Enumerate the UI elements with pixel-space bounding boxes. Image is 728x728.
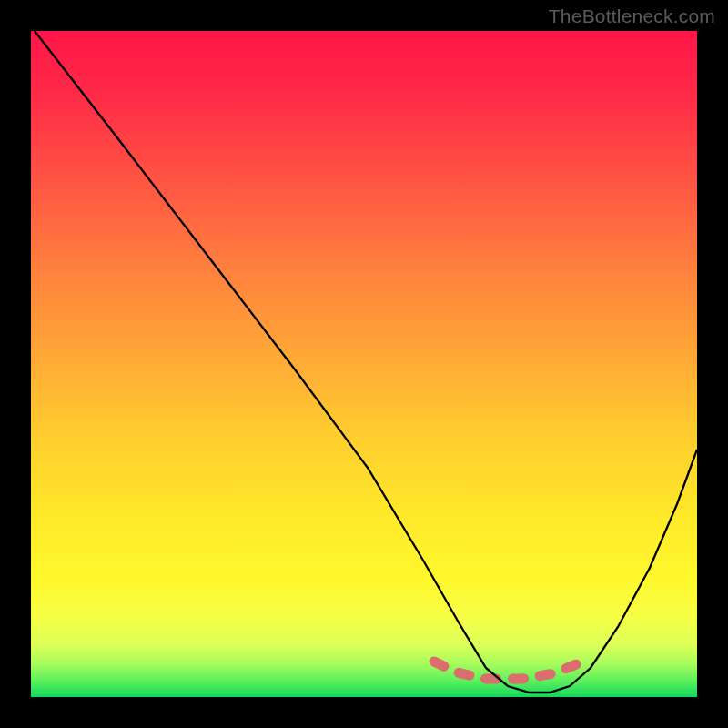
watermark-text: TheBottleneck.com	[549, 5, 715, 27]
chart-area	[31, 31, 697, 697]
valley-highlight-dash	[434, 662, 579, 679]
bottleneck-curve-line	[35, 31, 697, 693]
page-root: TheBottleneck.com	[0, 0, 728, 728]
curve-overlay	[31, 31, 697, 697]
